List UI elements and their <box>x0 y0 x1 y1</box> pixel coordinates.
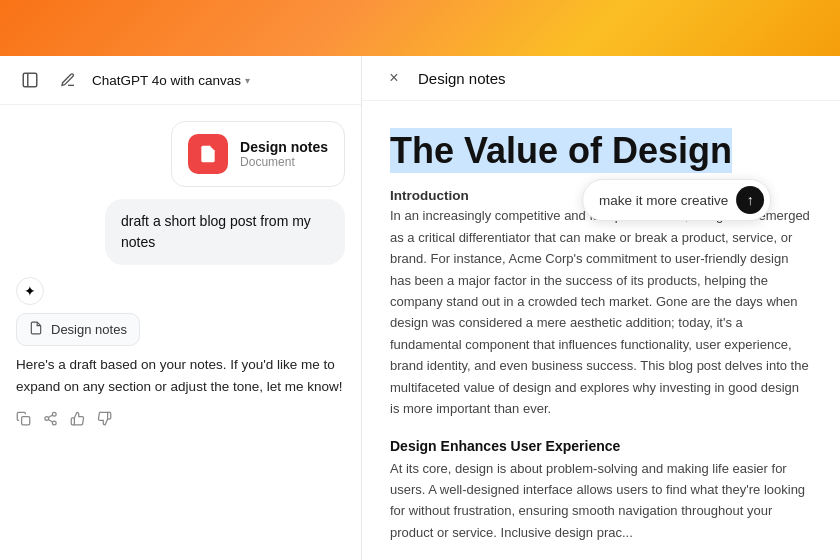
svg-line-7 <box>48 415 52 417</box>
canvas-title: Design notes <box>418 70 506 87</box>
document-type: Document <box>240 155 328 169</box>
inline-doc-reference[interactable]: Design notes <box>16 313 140 346</box>
model-selector[interactable]: ChatGPT 4o with canvas ▾ <box>92 73 250 88</box>
section1-text: At its core, design is about problem-sol… <box>390 458 812 544</box>
gpt-response: ✦ Design notes Here's a draft based on y… <box>16 277 345 429</box>
top-gradient-bar <box>0 0 840 56</box>
canvas-header: × Design notes <box>362 56 840 101</box>
document-info: Design notes Document <box>240 139 328 169</box>
canvas-content: The Value of Design make it more creativ… <box>362 101 840 560</box>
user-message-bubble: draft a short blog post from my notes <box>105 199 345 265</box>
compose-button[interactable] <box>54 66 82 94</box>
document-icon <box>188 134 228 174</box>
svg-line-6 <box>48 420 52 422</box>
document-main-title: The Value of Design <box>390 128 732 173</box>
document-card: Design notes Document <box>171 121 345 187</box>
user-message-text: draft a short blog post from my notes <box>121 213 311 250</box>
inline-doc-label: Design notes <box>51 322 127 337</box>
gpt-avatar: ✦ <box>16 277 44 305</box>
left-header: ChatGPT 4o with canvas ▾ <box>0 56 361 105</box>
floating-prompt-bar[interactable]: make it more creative ↑ <box>582 179 771 221</box>
intro-text: In an increasingly competitive and fast-… <box>390 205 812 419</box>
left-chat-panel: ChatGPT 4o with canvas ▾ Design notes Do… <box>0 56 362 560</box>
right-canvas-panel: × Design notes The Value of Design make … <box>362 56 840 560</box>
response-text: Here's a draft based on your notes. If y… <box>16 354 345 397</box>
svg-rect-0 <box>23 73 37 87</box>
svg-point-5 <box>52 421 56 425</box>
action-bar <box>16 411 345 429</box>
chat-area: Design notes Document draft a short blog… <box>0 105 361 560</box>
chevron-down-icon: ▾ <box>245 75 250 86</box>
section1-heading: Design Enhances User Experience <box>390 438 812 454</box>
copy-icon[interactable] <box>16 411 31 429</box>
thumbsup-icon[interactable] <box>70 411 85 429</box>
floating-submit-button[interactable]: ↑ <box>736 186 764 214</box>
submit-icon: ↑ <box>747 192 754 208</box>
doc-ref-icon <box>29 321 43 338</box>
close-button[interactable]: × <box>382 66 406 90</box>
svg-point-4 <box>45 417 49 421</box>
share-icon[interactable] <box>43 411 58 429</box>
document-title: Design notes <box>240 139 328 155</box>
svg-rect-2 <box>22 417 30 425</box>
model-label: ChatGPT 4o with canvas <box>92 73 241 88</box>
sidebar-toggle-button[interactable] <box>16 66 44 94</box>
svg-point-3 <box>52 412 56 416</box>
thumbsdown-icon[interactable] <box>97 411 112 429</box>
floating-prompt-text[interactable]: make it more creative <box>599 193 728 208</box>
